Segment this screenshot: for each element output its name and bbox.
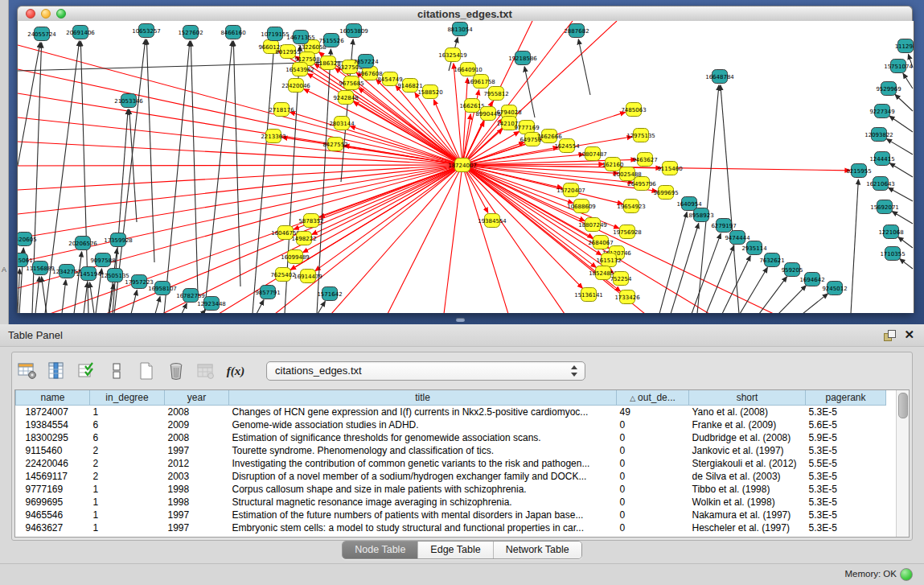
table-cell[interactable]: Corpus callosum shape and size in male p… (229, 483, 617, 496)
close-panel-icon[interactable]: ✕ (904, 328, 914, 342)
table-cell[interactable]: 0 (617, 483, 689, 496)
table-cell[interactable]: 5.3E-5 (806, 470, 886, 483)
table-cell[interactable]: 2008 (165, 406, 229, 419)
table-cell[interactable]: Nakamura et al. (1997) (689, 509, 806, 521)
table-cell[interactable]: 2012 (165, 457, 229, 470)
table-cell[interactable]: 5.6E-5 (806, 418, 886, 431)
table-cell[interactable]: Yano et al. (2008) (689, 406, 806, 419)
table-cell[interactable]: 1 (90, 509, 165, 521)
table-cell[interactable]: Hescheler et al. (1997) (689, 521, 806, 534)
table-cell[interactable]: 2003 (165, 470, 229, 483)
table-cell[interactable]: 22420046 (16, 457, 90, 470)
network-canvas[interactable]: 1872400796601258912955232260589127508165… (17, 21, 914, 313)
table-cell[interactable]: 2009 (165, 418, 229, 431)
table-cell[interactable]: Franke et al. (2009) (689, 418, 806, 431)
table-row[interactable]: 911546021997Tourette syndrome. Phenomeno… (16, 444, 886, 457)
table-cell[interactable]: Disruption of a novel member of a sodium… (229, 470, 617, 483)
table-cell[interactable]: 19384554 (16, 418, 90, 431)
table-cell[interactable]: 5.3E-5 (806, 496, 886, 509)
select-rows-icon[interactable] (76, 361, 97, 381)
table-cell[interactable]: 5.3E-5 (806, 406, 886, 419)
table-cell[interactable]: 1998 (165, 483, 229, 496)
table-cell[interactable]: 14569117 (16, 470, 90, 483)
table-cell[interactable]: Structural magnetic resonance image aver… (229, 496, 617, 509)
node-table[interactable]: namein_degreeyeartitle△out_de...shortpag… (15, 390, 886, 534)
table-row[interactable]: 977716911998Corpus callosum shape and si… (16, 483, 886, 496)
table-cell[interactable]: 5.3E-5 (806, 483, 886, 496)
column-header-in-degree[interactable]: in_degree (90, 390, 165, 406)
table-row[interactable]: 1938455462009Genome-wide association stu… (16, 418, 886, 431)
table-cell[interactable]: 5.3E-5 (806, 509, 886, 521)
splitpane-grip[interactable] (456, 318, 465, 322)
table-cell[interactable]: 2 (90, 457, 165, 470)
table-cell[interactable]: 0 (617, 431, 689, 444)
table-cell[interactable]: 1 (90, 483, 165, 496)
table-cell[interactable]: 9463627 (16, 521, 90, 534)
table-cell[interactable]: 9699695 (16, 496, 90, 509)
table-mode-icon[interactable] (17, 361, 38, 381)
table-cell[interactable]: 6 (90, 431, 165, 444)
table-cell[interactable]: 6 (90, 418, 165, 431)
table-cell[interactable]: 1997 (165, 521, 229, 534)
table-cell[interactable]: Estimation of the future numbers of pati… (229, 509, 617, 521)
memory-status-icon[interactable] (900, 568, 913, 581)
table-cell[interactable]: 49 (617, 406, 689, 419)
table-cell[interactable]: Investigating the contribution of common… (229, 457, 617, 470)
table-vertical-scrollbar[interactable] (896, 390, 909, 537)
table-row[interactable]: 946554611997Estimation of the future num… (16, 509, 886, 521)
function-builder-icon[interactable]: f(x) (225, 361, 246, 381)
table-row[interactable]: 946362711997Embryonic stem cells: a mode… (16, 521, 886, 534)
table-cell[interactable]: 1997 (165, 444, 229, 457)
table-cell[interactable]: Tourette syndrome. Phenomenology and cla… (229, 444, 617, 457)
table-cell[interactable]: 1998 (165, 496, 229, 509)
table-row[interactable]: 969969511998Structural magnetic resonanc… (16, 496, 886, 509)
table-row[interactable]: 1456911722003Disruption of a novel membe… (16, 470, 886, 483)
tab-edge-table[interactable]: Edge Table (417, 542, 492, 558)
table-cell[interactable]: Tibbo et al. (1998) (689, 483, 806, 496)
table-cell[interactable]: 2008 (165, 431, 229, 444)
scrollbar-thumb[interactable] (898, 393, 908, 418)
table-selector[interactable]: citations_edges.txt (266, 361, 585, 381)
table-cell[interactable]: Dudbridge et al. (2008) (689, 431, 806, 444)
table-cell[interactable]: 1997 (165, 509, 229, 521)
table-cell[interactable]: 2 (90, 470, 165, 483)
table-cell[interactable]: 9115460 (16, 444, 90, 457)
column-header-out-de-[interactable]: △out_de... (617, 390, 689, 406)
table-cell[interactable]: 2 (90, 444, 165, 457)
table-column-icon[interactable] (47, 361, 68, 381)
table-cell[interactable]: Changes of HCN gene expression and I(f) … (229, 406, 617, 419)
table-cell[interactable]: Estimation of significance thresholds fo… (229, 431, 617, 444)
table-cell[interactable]: 9777169 (16, 483, 90, 496)
table-cell[interactable]: 5.3E-5 (806, 444, 886, 457)
table-row[interactable]: 2242004622012Investigating the contribut… (16, 457, 886, 470)
table-cell[interactable]: Genome-wide association studies in ADHD. (229, 418, 617, 431)
column-header-title[interactable]: title (229, 390, 617, 406)
tab-network-table[interactable]: Network Table (493, 542, 581, 558)
table-cell[interactable]: 5.3E-5 (806, 521, 886, 534)
table-cell[interactable]: 1 (90, 496, 165, 509)
column-header-year[interactable]: year (165, 390, 229, 406)
table-row[interactable]: 1830029562008Estimation of significance … (16, 431, 886, 444)
delete-table-icon[interactable] (166, 361, 187, 381)
tab-node-table[interactable]: Node Table (343, 542, 417, 558)
table-cell[interactable]: 18300295 (16, 431, 90, 444)
table-cell[interactable]: 0 (617, 521, 689, 534)
table-cell[interactable]: 5.5E-5 (806, 457, 886, 470)
row-toggle-icon[interactable] (106, 361, 127, 381)
table-cell[interactable]: 0 (617, 496, 689, 509)
column-header-name[interactable]: name (16, 390, 90, 406)
table-cell[interactable]: 5.9E-5 (806, 431, 886, 444)
table-cell[interactable]: 0 (617, 444, 689, 457)
table-cell[interactable]: 0 (617, 470, 689, 483)
window-titlebar[interactable]: citations_edges.txt (17, 6, 913, 23)
table-cell[interactable]: 0 (617, 418, 689, 431)
citation-network-graph[interactable]: 1872400796601258912955232260589127508165… (18, 21, 914, 313)
table-cell[interactable]: 0 (617, 457, 689, 470)
table-cell[interactable]: Embryonic stem cells: a model to study s… (229, 521, 617, 534)
table-cell[interactable]: de Silva et al. (2003) (689, 470, 806, 483)
column-header-pagerank[interactable]: pagerank (806, 390, 886, 406)
table-cell[interactable]: 0 (617, 509, 689, 521)
table-cell[interactable]: Wolkin et al. (1998) (689, 496, 806, 509)
table-cell[interactable]: 18724007 (16, 406, 90, 419)
table-row[interactable]: 1872400712008Changes of HCN gene express… (16, 406, 886, 419)
